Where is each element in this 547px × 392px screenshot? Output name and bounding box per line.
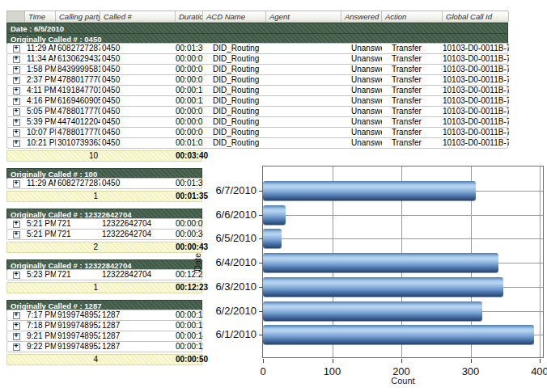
expand-row-button[interactable]: +	[13, 98, 20, 105]
bar-6-6-2010	[263, 205, 286, 225]
expand-cell: +	[7, 87, 25, 95]
cell-global-id: 10103-D0-0011B-768	[443, 44, 509, 53]
expand-row-button[interactable]: +	[13, 108, 20, 116]
cell-duration: 00:00:14	[176, 331, 203, 341]
table-row: +7:18 PM9199748952128700:00:12	[6, 320, 202, 331]
table-row: +5:23 PM7211232284270400:12:23	[6, 269, 202, 280]
column-header-answered[interactable]: Answered	[341, 11, 382, 22]
cell-time: 4:16 PM	[25, 96, 56, 106]
expand-row-button[interactable]: +	[13, 66, 20, 74]
cell-acd-name: DID_Routing	[203, 75, 266, 85]
cell-called: 12322642704	[100, 219, 176, 229]
cell-time: 5:05 PM	[25, 107, 56, 116]
cell-duration: 00:00:09	[176, 54, 203, 64]
expand-row-button[interactable]: +	[13, 312, 20, 319]
cell-called: 0450	[100, 54, 176, 64]
expand-row-button[interactable]: +	[13, 77, 20, 84]
expand-cell: +	[7, 344, 25, 351]
table-row: +11:34 AM6130629432045000:00:09DID_Routi…	[6, 53, 508, 65]
cell-action: Transfer	[382, 54, 443, 64]
expand-row-button[interactable]: +	[13, 322, 20, 330]
cell-answered: Unanswered	[341, 54, 382, 64]
expand-row-button[interactable]: +	[13, 272, 20, 279]
column-header-called[interactable]: Called #	[100, 11, 176, 22]
cell-acd-name: DID_Routing	[203, 107, 266, 116]
column-header-agent[interactable]: Agent	[266, 11, 341, 22]
table-row: +9:22 PM9199748952128700:00:11	[6, 341, 202, 352]
y-tick-label-6: 6/1/2010	[200, 328, 257, 340]
expand-row-button[interactable]: +	[13, 119, 20, 126]
cell-action: Transfer	[382, 44, 443, 53]
cell-time: 11:34 AM	[25, 54, 56, 64]
expand-row-button[interactable]: +	[13, 129, 20, 137]
bar-6-4-2010	[263, 253, 498, 272]
bar-6-7-2010	[263, 181, 476, 200]
cell-called: 0450	[100, 138, 176, 148]
cell-called: 0450	[100, 128, 176, 137]
expand-row-button[interactable]: +	[13, 231, 20, 238]
table-row: +4:11 PM4191847701045000:00:15DID_Routin…	[6, 85, 508, 96]
cell-acd-name: DID_Routing	[203, 117, 266, 127]
expand-cell: +	[7, 221, 25, 228]
cell-calling: 4788017770	[56, 75, 100, 85]
summary-call-count: 1	[56, 283, 100, 293]
y-axis-tick-2	[259, 238, 263, 239]
bar-6-1-2010	[263, 325, 534, 344]
cell-action: Transfer	[382, 65, 443, 74]
expand-row-button[interactable]: +	[13, 180, 20, 188]
summary-total-duration: 00:00:50	[176, 355, 203, 365]
y-axis-tick-3	[259, 263, 263, 263]
column-header-global-call-id[interactable]: Global Call Id	[443, 11, 509, 22]
expand-row-button[interactable]: +	[13, 87, 20, 95]
expand-cell: +	[7, 322, 25, 330]
expand-row-button[interactable]: +	[13, 344, 20, 351]
summary-total-duration: 00:12:23	[176, 283, 203, 293]
expand-cell: +	[7, 140, 25, 147]
cell-time: 9:21 PM	[25, 331, 56, 341]
column-header-duration[interactable]: Duration	[176, 11, 203, 22]
cell-time: 5:21 PM	[25, 219, 56, 229]
y-axis-tick-4	[259, 287, 263, 288]
cell-acd-name: DID_Routing	[203, 138, 266, 148]
cell-duration: 00:00:15	[176, 86, 203, 95]
cell-called: 1287	[100, 310, 176, 320]
cell-calling: 4788017770	[56, 128, 100, 137]
cell-calling: 9199748952	[56, 342, 100, 352]
cell-answered: Unanswered	[341, 75, 382, 85]
cell-calling: 721	[56, 230, 100, 239]
table-row: +5:21 PM7211232264270400:00:09	[6, 218, 202, 230]
expand-row-button[interactable]: +	[13, 140, 20, 147]
x-axis-tick-100	[333, 359, 333, 363]
expand-row-button[interactable]: +	[13, 56, 20, 63]
column-header-time[interactable]: Time	[25, 11, 56, 22]
bar-6-2-2010	[263, 301, 482, 321]
cell-time: 11:29 AM	[25, 44, 56, 53]
cell-action: Transfer	[382, 138, 443, 148]
y-tick-label-2: 6/5/2010	[200, 232, 257, 244]
cell-duration: 00:00:07	[176, 107, 203, 116]
column-header-action[interactable]: Action	[382, 11, 443, 22]
expand-row-button[interactable]: +	[13, 333, 20, 340]
table-row: +5:05 PM4788017770045000:00:07DID_Routin…	[6, 106, 508, 117]
cell-duration: 00:00:12	[176, 321, 203, 331]
bar-6-5-2010	[263, 229, 282, 248]
column-header-acd-name[interactable]: ACD Name	[203, 11, 266, 22]
table-row: +10:07 PM4788017770045000:00:06DID_Routi…	[6, 127, 508, 138]
cell-calling: 9199748952	[56, 310, 100, 320]
expand-row-button[interactable]: +	[13, 221, 20, 228]
cell-time: 5:39 PM	[25, 117, 56, 127]
cell-called: 0450	[100, 107, 176, 116]
cell-acd-name: DID_Routing	[203, 44, 266, 53]
cell-called: 0450	[100, 44, 176, 53]
cell-calling: 6082727287	[56, 179, 100, 188]
column-header-calling-party[interactable]: Calling party #	[56, 11, 100, 22]
expand-cell: +	[7, 129, 25, 137]
cell-action: Transfer	[382, 117, 443, 127]
cell-duration: 00:00:11	[176, 96, 203, 106]
cell-called: 0450	[100, 65, 176, 74]
y-axis-tick-0	[259, 191, 263, 192]
chart-x-axis-title: Count	[262, 376, 544, 386]
expand-row-button[interactable]: +	[13, 45, 20, 53]
call-report-screen: TimeCalling party #Called #DurationACD N…	[0, 0, 547, 392]
cell-calling: 6130629432	[56, 54, 100, 64]
